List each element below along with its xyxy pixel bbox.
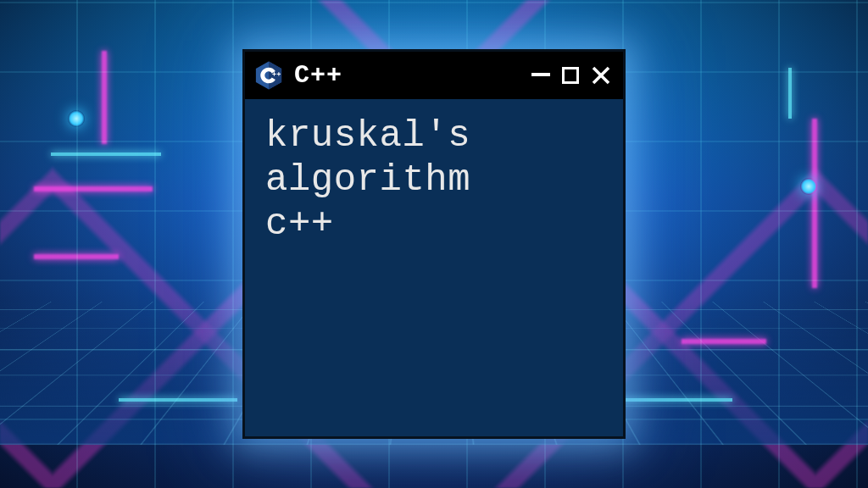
- titlebar[interactable]: C++: [245, 52, 623, 99]
- svg-rect-3: [274, 72, 275, 75]
- neon-line: [788, 68, 792, 119]
- neon-line: [34, 254, 119, 259]
- maximize-icon: [562, 67, 579, 84]
- neon-line: [812, 119, 817, 288]
- window-title: C++: [294, 61, 521, 90]
- neon-dot: [68, 110, 85, 127]
- neon-line: [102, 51, 107, 144]
- neon-line: [34, 186, 153, 191]
- neon-line: [51, 152, 161, 156]
- close-button[interactable]: [591, 65, 611, 86]
- maximize-button[interactable]: [562, 67, 579, 84]
- svg-marker-1: [269, 61, 281, 89]
- window-controls: [531, 65, 611, 86]
- svg-rect-5: [278, 72, 279, 75]
- neon-line: [119, 398, 237, 402]
- close-icon: [591, 65, 611, 86]
- neon-dot: [800, 178, 817, 195]
- cpp-logo-icon: [253, 60, 284, 91]
- neon-line: [682, 339, 766, 344]
- minimize-icon: [531, 73, 550, 76]
- minimize-button[interactable]: [531, 73, 550, 78]
- terminal-body[interactable]: kruskal's algorithm c++: [245, 99, 623, 262]
- terminal-window: C++ kruskal's algorithm c++: [242, 49, 626, 439]
